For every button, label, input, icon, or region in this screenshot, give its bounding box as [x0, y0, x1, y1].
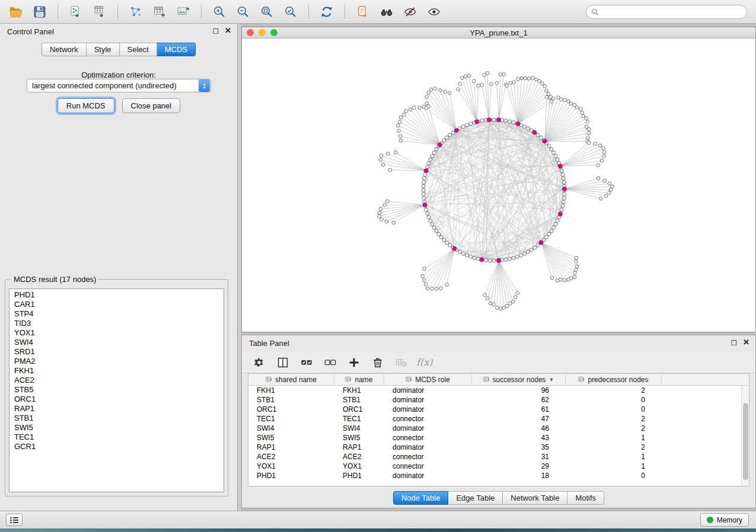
run-mcds-button[interactable]: Run MCDS [58, 98, 114, 113]
new-network-button[interactable] [126, 3, 146, 21]
cell-filler [662, 452, 749, 462]
window-minimize-icon[interactable] [259, 29, 266, 36]
column-header-filler [662, 374, 749, 385]
mcds-result-item[interactable]: FKH1 [9, 366, 224, 376]
show-panels-button[interactable] [6, 514, 23, 526]
network-window-titlebar[interactable]: YPA_prune.txt_1 [242, 27, 755, 39]
refresh-button[interactable] [317, 3, 337, 21]
mcds-result-item[interactable]: SWI4 [9, 338, 224, 347]
table-row[interactable]: YOX1YOX1connector291 [248, 462, 749, 471]
add-row-button[interactable] [345, 354, 363, 371]
search-box[interactable] [586, 5, 747, 19]
criterion-dropdown[interactable]: largest connected component (undirected)… [27, 79, 211, 92]
zoom-selected-button[interactable] [280, 3, 301, 21]
mcds-result-item[interactable]: STB5 [9, 385, 224, 395]
table-row[interactable]: PHD1PHD1dominator180 [248, 471, 749, 480]
mcds-result-item[interactable]: SWI5 [9, 423, 224, 432]
column-header-name[interactable]: name [334, 374, 384, 385]
table-row[interactable]: RAP1RAP1dominator352 [248, 443, 749, 452]
window-maximize-icon[interactable] [270, 29, 277, 36]
column-header-MCDS-role[interactable]: MCDS role [384, 374, 472, 385]
cell-mcds-role: dominator [384, 405, 472, 414]
main-toolbar-groups [6, 3, 444, 21]
float-table-panel-icon[interactable]: ◻ [731, 338, 737, 347]
mcds-result-item[interactable]: TEC1 [9, 432, 224, 442]
zoom-fit-button[interactable] [257, 3, 277, 21]
zoom-in-button[interactable] [209, 3, 229, 21]
mcds-result-item[interactable]: STB1 [9, 414, 224, 423]
table-row[interactable]: ACE2ACE2connector311 [248, 452, 749, 462]
open-folder-button[interactable] [6, 3, 26, 21]
delete-row-button[interactable] [369, 354, 387, 371]
search-input[interactable] [602, 8, 742, 16]
mcds-result-item[interactable]: PHD1 [9, 290, 224, 300]
hide-eye-button[interactable] [400, 3, 420, 21]
show-eye-button[interactable] [424, 3, 444, 21]
share-document-button[interactable] [353, 3, 373, 21]
cell-shared-name: YOX1 [248, 462, 334, 471]
column-header-shared-name[interactable]: shared name [248, 374, 334, 385]
tab-network-table[interactable]: Network Table [503, 491, 567, 505]
binoculars-search-icon [379, 5, 394, 19]
table-scrollbar-thumb[interactable] [743, 403, 748, 480]
clear-grid-button[interactable] [393, 354, 410, 371]
mcds-result-item[interactable]: RAP1 [9, 404, 224, 414]
cell-shared-name: RAP1 [248, 443, 334, 452]
binoculars-search-button[interactable] [377, 3, 397, 21]
node-table: shared namenameMCDS rolesuccessor nodes▼… [248, 373, 749, 486]
close-panel-icon[interactable]: ✕ [225, 26, 231, 36]
mcds-result-item[interactable]: YOX1 [9, 328, 224, 338]
tab-edge-table[interactable]: Edge Table [448, 491, 503, 505]
hide-eye-icon [403, 5, 417, 19]
cell-shared-name: SWI4 [248, 424, 334, 433]
tab-select[interactable]: Select [120, 43, 157, 56]
tab-motifs[interactable]: Motifs [567, 491, 604, 505]
import-table-button[interactable] [90, 3, 110, 21]
mcds-result-item[interactable]: SRD1 [9, 347, 224, 357]
save-button[interactable] [30, 3, 50, 21]
table-row[interactable]: ORC1ORC1dominator610 [248, 405, 749, 414]
settings-gear-button[interactable] [250, 354, 268, 371]
cell-filler [662, 424, 749, 433]
select-checked-button[interactable] [298, 354, 315, 371]
memory-button[interactable]: Memory [700, 513, 749, 527]
table-row[interactable]: SWI5SWI5connector431 [248, 433, 749, 443]
cell-name: SWI5 [334, 433, 384, 443]
mcds-result-item[interactable]: ACE2 [9, 376, 224, 385]
table-row[interactable]: TEC1TEC1connector472 [248, 414, 749, 424]
cell-shared-name: FKH1 [248, 386, 334, 395]
tab-network[interactable]: Network [42, 43, 87, 56]
mcds-result-item[interactable]: ORC1 [9, 395, 224, 404]
close-table-panel-icon[interactable]: ✕ [743, 338, 749, 347]
close-panel-button[interactable]: Close panel [122, 98, 181, 113]
mcds-result-item[interactable]: PMA2 [9, 357, 224, 366]
mcds-result-list[interactable]: PHD1CAR1STP4TID3YOX1SWI4SRD1PMA2FKH1ACE2… [9, 289, 224, 492]
window-close-icon[interactable] [247, 29, 254, 36]
mcds-result-item[interactable]: TID3 [9, 319, 224, 328]
cell-successor-nodes: 43 [472, 433, 566, 443]
select-unchecked-button[interactable] [321, 354, 339, 371]
float-panel-icon[interactable]: ◻ [212, 26, 219, 36]
columns-layout-button[interactable] [274, 354, 292, 371]
import-network-button[interactable] [66, 3, 86, 21]
mcds-result-item[interactable]: CAR1 [9, 300, 224, 309]
function-fx-button[interactable]: f(x) [416, 357, 432, 368]
tab-mcds[interactable]: MCDS [157, 43, 196, 56]
cell-shared-name: PHD1 [248, 471, 334, 480]
tab-style[interactable]: Style [87, 43, 120, 56]
dropdown-stepper-icon: ▲▼ [199, 79, 210, 92]
mcds-result-item[interactable]: STP4 [9, 309, 224, 319]
zoom-out-button[interactable] [233, 3, 253, 21]
table-row[interactable]: SWI4SWI4dominator462 [248, 424, 749, 433]
column-header-successor-nodes[interactable]: successor nodes▼ [472, 374, 566, 385]
table-scrollbar[interactable] [741, 386, 749, 486]
column-header-predecessor-nodes[interactable]: predecessor nodes [566, 374, 662, 385]
mcds-result-item[interactable]: GCR1 [9, 442, 224, 451]
tab-node-table[interactable]: Node Table [393, 491, 449, 505]
export-image-button[interactable] [173, 3, 193, 21]
table-row[interactable]: STB1STB1dominator620 [248, 395, 749, 405]
network-graph-canvas[interactable] [242, 39, 755, 332]
table-row[interactable]: FKH1FKH1dominator962 [248, 386, 749, 395]
node-table-body: FKH1FKH1dominator962STB1STB1dominator620… [248, 386, 749, 480]
new-table-button[interactable] [149, 3, 170, 21]
